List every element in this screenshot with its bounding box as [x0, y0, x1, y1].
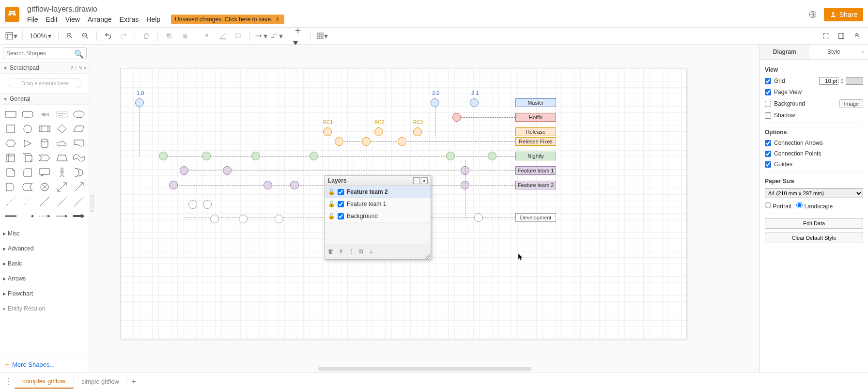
node-relfix-1[interactable]	[335, 137, 343, 146]
paper-size-select[interactable]: A4 (210 mm x 297 mm)	[765, 188, 863, 198]
layer-visible-ft1[interactable]	[338, 201, 344, 207]
cat-basic[interactable]: ▸Basic	[0, 256, 90, 271]
waypoint-style-icon[interactable]: ▾	[270, 30, 283, 42]
node-ft2-1[interactable]	[169, 181, 178, 189]
edit-icon[interactable]: ✎	[78, 65, 83, 71]
shape-arrow[interactable]	[72, 181, 87, 193]
node-rel-1[interactable]	[323, 127, 332, 136]
tab-style[interactable]: Style	[809, 45, 859, 59]
page-layout-btn[interactable]: ▾	[5, 30, 17, 42]
layer-row-ft2[interactable]: 🔓 Feature team 2	[325, 186, 431, 198]
shape-document[interactable]	[72, 138, 87, 149]
shape-process[interactable]	[37, 123, 52, 135]
shape-connector-dashed[interactable]	[37, 210, 52, 222]
sidebar-collapse-handle[interactable]: ⋮	[90, 195, 94, 212]
shape-step[interactable]	[37, 152, 52, 164]
image-button[interactable]: Image	[839, 99, 863, 108]
shape-connector-2[interactable]	[54, 210, 69, 222]
grid-up-icon[interactable]: ▲	[840, 78, 844, 81]
shape-tape[interactable]	[72, 152, 87, 164]
node-dev-5[interactable]	[275, 215, 283, 223]
add-icon[interactable]: +	[74, 65, 77, 71]
shape-hexagon[interactable]	[3, 138, 18, 149]
zoom-select[interactable]: 100% ▾	[28, 32, 53, 40]
collapse-icon[interactable]	[851, 30, 863, 42]
canvas[interactable]: 1.0 2.0 2.1 RC1 RC2 RC3	[90, 45, 760, 373]
minimize-icon[interactable]: ─	[413, 177, 420, 184]
shape-or[interactable]	[72, 167, 87, 178]
shadow-tool-icon[interactable]	[232, 30, 245, 42]
node-hotfix[interactable]	[452, 113, 461, 122]
filename[interactable]: gitflow-layers.drawio	[27, 5, 808, 14]
node-night-3[interactable]	[251, 152, 260, 160]
layer-more-icon[interactable]: ⋮	[348, 248, 354, 256]
more-shapes-button[interactable]: ＋More Shapes...	[0, 356, 90, 373]
shape-internal-storage[interactable]	[3, 152, 18, 164]
menu-view[interactable]: View	[65, 16, 80, 23]
node-night-4[interactable]	[310, 152, 318, 160]
lbl-dev[interactable]: Development	[515, 213, 556, 222]
lock-icon[interactable]: 🔓	[328, 188, 335, 195]
shape-cube[interactable]	[20, 152, 35, 164]
to-front-icon[interactable]	[163, 30, 175, 42]
conn-points-checkbox[interactable]	[765, 151, 771, 157]
lbl-ft2[interactable]: Feature team 2	[515, 181, 556, 189]
shape-card[interactable]	[20, 167, 35, 178]
lock-icon[interactable]: 🔓	[328, 213, 335, 219]
shape-trapezoid[interactable]	[54, 152, 69, 164]
tab-diagram[interactable]: Diagram	[760, 45, 809, 59]
lbl-ft1[interactable]: Feature team 1	[515, 166, 556, 175]
lbl-master[interactable]: Master	[515, 98, 556, 107]
app-logo[interactable]	[5, 7, 19, 22]
node-rel-2[interactable]	[374, 127, 383, 136]
node-dev-2[interactable]	[203, 200, 212, 209]
node-dev-4[interactable]	[239, 215, 248, 223]
lbl-release[interactable]: Release	[515, 127, 556, 136]
shape-square[interactable]	[3, 123, 18, 135]
layer-visible-bg[interactable]	[338, 213, 344, 219]
shape-text[interactable]: Text	[37, 109, 52, 120]
shape-line3[interactable]	[72, 196, 87, 207]
node-rel-3[interactable]	[413, 127, 422, 136]
scratchpad-dropzone[interactable]: Drag elements here	[9, 78, 81, 88]
layer-add-icon[interactable]: ＋	[368, 248, 374, 256]
node-master-2[interactable]	[431, 98, 439, 107]
menu-edit[interactable]: Edit	[46, 16, 58, 23]
shadow-checkbox[interactable]	[765, 112, 771, 119]
grid-color-swatch[interactable]	[846, 77, 863, 85]
shape-dotted-line[interactable]	[20, 196, 35, 207]
edit-data-button[interactable]: Edit Data	[765, 218, 863, 229]
resize-handle[interactable]	[425, 254, 430, 259]
share-button[interactable]: Share	[824, 8, 863, 21]
shape-circle[interactable]	[20, 123, 35, 135]
line-color-icon[interactable]	[217, 30, 229, 42]
layer-row-ft1[interactable]: 🔓 Feature team 1	[325, 198, 431, 210]
guides-checkbox[interactable]	[765, 161, 771, 168]
node-master-3[interactable]	[470, 98, 479, 107]
node-night-6[interactable]	[488, 152, 496, 160]
node-ft2-3[interactable]	[290, 181, 299, 189]
shape-rounded-rect[interactable]	[20, 109, 35, 120]
undo-icon[interactable]	[102, 30, 114, 42]
layer-export-icon[interactable]: ⇪	[339, 248, 343, 256]
shape-ellipse[interactable]	[72, 109, 87, 120]
shape-diamond[interactable]	[54, 123, 69, 135]
shape-line2[interactable]	[54, 196, 69, 207]
table-icon[interactable]: ▾	[316, 30, 328, 42]
shape-note[interactable]	[3, 167, 18, 178]
lbl-hotfix[interactable]: Hotfix	[515, 113, 556, 122]
shape-cylinder[interactable]	[37, 138, 52, 149]
shape-datastore[interactable]	[20, 181, 35, 193]
cat-misc[interactable]: ▸Misc	[0, 226, 90, 241]
fill-color-icon[interactable]	[201, 30, 214, 42]
cat-entity[interactable]: ▸Entity Relation	[0, 301, 90, 316]
layers-dialog[interactable]: Layers ─ × 🔓 Feature team 2 🔓 Feature te…	[325, 175, 431, 260]
cat-flowchart[interactable]: ▸Flowchart	[0, 286, 90, 301]
node-master-1[interactable]	[135, 98, 144, 107]
layer-duplicate-icon[interactable]: ⧉	[359, 248, 363, 256]
shape-bidir-arrow[interactable]	[54, 181, 69, 193]
scratchpad-header[interactable]: ▼Scratchpad ?+✎×	[0, 62, 90, 74]
shape-connector-thick[interactable]	[72, 210, 87, 222]
close-icon[interactable]: ×	[84, 65, 87, 71]
shape-xor[interactable]	[37, 181, 52, 193]
